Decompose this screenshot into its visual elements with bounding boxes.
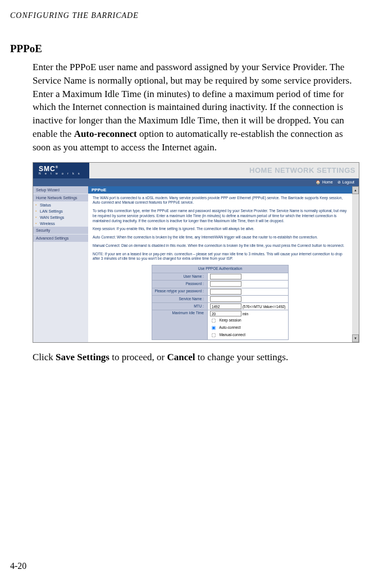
running-header: CONFIGURING THE BARRICADE [0, 11, 365, 20]
maxidle-label: Maximum Idle Time [152, 310, 207, 339]
scroll-up-icon[interactable]: ▲ [352, 186, 359, 194]
smc-logo: SMC® N e t w o r k s [33, 163, 89, 178]
router-ui-screenshot: SMC® N e t w o r k s HOME NETWORK SETTIN… [33, 162, 359, 343]
sidebar-item-home-network[interactable]: Home Network Settings [33, 194, 88, 202]
home-label: Home [322, 180, 333, 184]
sidebar: Setup Wizard Home Network Settings Statu… [33, 186, 88, 342]
logo-sub: N e t w o r k s [39, 172, 84, 175]
para1-a: Enter the PPPoE user name and password a… [33, 62, 352, 139]
content-p5: Manual Connect: Dial on demand is disabl… [93, 244, 348, 249]
content-area: PPPoE The WAN port is connected to a xDS… [88, 186, 352, 342]
logout-label: Logout [343, 180, 354, 184]
scroll-down-icon[interactable]: ▼ [352, 334, 359, 342]
maxidle-unit: min [243, 312, 248, 316]
service-label: Service Name : [152, 295, 207, 302]
radio-auto-label: Auto-connect [219, 325, 240, 329]
sidebar-item-security[interactable]: Security [33, 227, 88, 235]
radio-keep-session[interactable]: Keep session [210, 317, 286, 324]
banner-text: HOME NETWORK SETTINGS [249, 163, 359, 178]
home-link[interactable]: 🏠 Home [316, 180, 333, 185]
mtu-input[interactable] [210, 304, 241, 309]
radio-manual-connect[interactable]: Manual-connect [210, 332, 286, 339]
sidebar-sub-lan[interactable]: LAN Settings [33, 208, 88, 214]
para2-bold1: Save Settings [56, 352, 110, 362]
para2-b: to proceed, or [110, 352, 167, 362]
radio-auto-connect[interactable]: Auto-connect [210, 324, 286, 332]
sidebar-item-setup-wizard[interactable]: Setup Wizard [33, 186, 88, 194]
service-input[interactable] [210, 296, 241, 302]
content-p4: Auto Connect: When the connection is bro… [93, 235, 348, 240]
sidebar-sub-wan[interactable]: WAN Settings [33, 214, 88, 220]
sidebar-sub-wireless[interactable]: Wireless [33, 220, 88, 227]
ui-topbar: 🏠 Home ⊘ Logout [33, 178, 359, 186]
page-number: 4-20 [10, 561, 26, 571]
content-p3: Keep session: If you enable this, the id… [93, 227, 348, 232]
username-label: User Name : [152, 273, 207, 281]
para1-bold: Auto-reconnect [74, 128, 137, 139]
radio-manual-label: Manual-connect [220, 333, 245, 337]
content-title: PPPoE [88, 186, 352, 194]
password-label: Password : [152, 281, 207, 288]
mtu-label: MTU : [152, 303, 207, 310]
radio-keep-label: Keep session [220, 318, 241, 322]
ui-header: SMC® N e t w o r k s HOME NETWORK SETTIN… [33, 163, 359, 178]
para2-c: to change your settings. [195, 352, 288, 362]
para2-bold2: Cancel [167, 352, 195, 362]
content-p1: The WAN port is connected to a xDSL mode… [93, 196, 348, 206]
mtu-hint: (576<=MTU Value<=1492) [243, 305, 286, 309]
retype-label: Please retype your password : [152, 288, 207, 295]
intro-paragraph: Enter the PPPoE user name and password a… [0, 61, 365, 154]
maxidle-input[interactable] [210, 311, 241, 316]
reg-mark: ® [56, 166, 58, 169]
logout-link[interactable]: ⊘ Logout [337, 180, 354, 185]
retype-input[interactable] [210, 289, 241, 295]
section-title: PPPoE [0, 43, 365, 55]
username-input[interactable] [210, 274, 241, 279]
pppoe-form: Use PPPOE Authentication User Name : Pas… [152, 265, 288, 339]
password-input[interactable] [210, 281, 241, 287]
content-p6: NOTE: If your are on a leased line or pa… [93, 252, 348, 262]
form-header: Use PPPOE Authentication [152, 265, 288, 273]
sidebar-item-advanced[interactable]: Advanced Settings [33, 235, 88, 242]
sidebar-sub-status[interactable]: Status [33, 202, 88, 208]
para2-a: Click [33, 352, 56, 362]
scrollbar[interactable]: ▲ ▼ [352, 186, 359, 342]
closing-paragraph: Click Save Settings to proceed, or Cance… [0, 351, 365, 364]
content-p2: To setup this connection type, enter the… [93, 209, 348, 223]
